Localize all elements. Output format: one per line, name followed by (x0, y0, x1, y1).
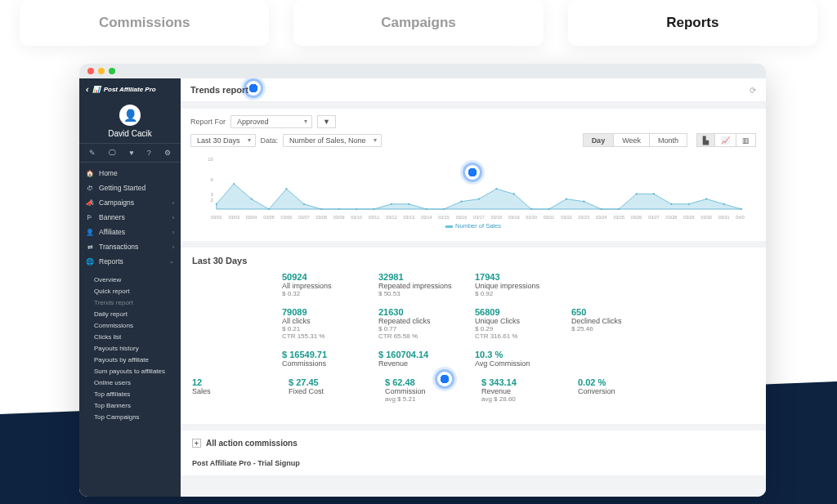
metric-sub: $ 0.21 (282, 325, 365, 332)
logo-icon: 📊 (92, 86, 101, 93)
interval-week[interactable]: Week (613, 133, 650, 147)
expand-icon[interactable]: + (192, 439, 201, 448)
top-tab-bar: Commissions Campaigns Reports (0, 0, 837, 46)
nav-icon: ⏱ (86, 185, 94, 192)
close-icon[interactable] (87, 68, 94, 74)
subnav-payouts-by-affiliate[interactable]: Payouts by affiliate (79, 354, 181, 365)
subnav-top-affiliates[interactable]: Top affiliates (79, 388, 181, 399)
metric-value: 10.3 % (475, 350, 558, 359)
chart-legend: Number of Sales (202, 222, 745, 230)
subnav-daily-report[interactable]: Daily report (79, 308, 181, 319)
svg-point-25 (566, 198, 567, 200)
all-action-section: + All action commissions Post Affiliate … (181, 430, 766, 475)
metric-sub: $ 0.29 (475, 325, 558, 332)
svg-text:03/29: 03/29 (683, 215, 695, 220)
report-for-dropdown[interactable]: Approved (231, 115, 312, 128)
metrics-panel: Last 30 Days 50924All impressions$ 0.323… (181, 248, 766, 424)
svg-point-8 (268, 208, 270, 210)
nav-item-affiliates[interactable]: 👤Affiliates› (79, 225, 181, 239)
back-icon[interactable]: ‹ (86, 84, 89, 94)
nav-item-reports[interactable]: 🌐Reports⌄ (79, 254, 181, 269)
metric-card: 17943Unique impressions$ 0.92 (475, 272, 558, 297)
subnav-commissions[interactable]: Commissions (79, 319, 181, 331)
chart-type-area-icon[interactable]: ▙ (696, 133, 715, 147)
metric-sub: $ 50.53 (378, 290, 462, 297)
nav-icon: 🏠 (86, 170, 94, 177)
minimize-icon[interactable] (98, 68, 105, 74)
interval-month[interactable]: Month (649, 133, 687, 147)
metric-value: 32981 (378, 272, 462, 282)
svg-text:04/01: 04/01 (736, 215, 745, 220)
subnav-trends-report[interactable]: Trends report (79, 297, 181, 308)
svg-point-9 (285, 188, 287, 190)
svg-text:03/12: 03/12 (386, 215, 397, 220)
trends-chart: 2361003/0203/0303/0403/0503/0603/0703/08… (202, 155, 745, 222)
chart-area: 2361003/0203/0303/0403/0503/0603/0703/08… (190, 152, 756, 234)
date-range-dropdown[interactable]: Last 30 Days (190, 134, 256, 147)
svg-point-34 (723, 203, 725, 205)
nav-item-home[interactable]: 🏠Home (79, 166, 181, 181)
nav-item-banners[interactable]: 🏳Banners› (79, 210, 181, 225)
metric-value: $ 16549.71 (282, 350, 365, 359)
subnav-clicks-list[interactable]: Clicks list (79, 331, 181, 342)
edit-icon[interactable]: ✎ (89, 149, 96, 157)
svg-point-14 (373, 208, 374, 210)
subnav-top-banners[interactable]: Top Banners (79, 399, 181, 411)
nav-item-transactions[interactable]: ⇄Transactions› (79, 239, 181, 254)
subnav-top-campaigns[interactable]: Top Campaigns (79, 411, 181, 422)
metric-value: 0.02 % (578, 377, 661, 387)
subnav-online-users[interactable]: Online users (79, 377, 181, 388)
svg-point-26 (583, 201, 584, 203)
help-icon[interactable]: ? (147, 149, 151, 157)
svg-text:03/13: 03/13 (403, 215, 414, 220)
nav-icon: 👤 (86, 229, 94, 236)
top-tab-commissions[interactable]: Commissions (20, 0, 269, 46)
metric-card: $ 27.45Fixed Cost (289, 377, 372, 403)
svg-point-30 (653, 193, 655, 194)
svg-text:03/14: 03/14 (421, 215, 432, 220)
interval-day[interactable]: Day (583, 133, 615, 147)
metric-value: $ 62.48 (385, 377, 468, 387)
subnav-overview[interactable]: Overview (79, 274, 181, 285)
filter-button[interactable]: ▼ (317, 115, 336, 128)
metric-value: $ 160704.14 (378, 350, 462, 359)
metric-sub: CTR 65.58 % (378, 332, 462, 340)
svg-text:03/11: 03/11 (369, 215, 380, 220)
nav-item-getting-started[interactable]: ⏱Getting Started (79, 181, 181, 195)
filter-panel: Report For Approved ▼ Last 30 Days Data:… (181, 109, 766, 241)
chart-type-line-icon[interactable]: 📈 (714, 133, 736, 147)
svg-point-31 (670, 203, 672, 205)
metric-card: 79089All clicks$ 0.21CTR 155.31 % (282, 307, 365, 340)
metric-label: All impressions (282, 282, 365, 290)
subnav-payouts-history[interactable]: Payouts history (79, 342, 181, 354)
metric-card: 50924All impressions$ 0.32 (282, 272, 365, 297)
chart-type-bar-icon[interactable]: ▥ (736, 133, 756, 147)
nav-icon: 🌐 (86, 258, 94, 265)
metric-label: Commissions (282, 359, 365, 368)
monitor-icon[interactable]: 🖵 (109, 149, 116, 157)
metric-sub: $ 0.92 (475, 290, 558, 297)
avatar[interactable]: 👤 (119, 105, 141, 126)
metric-label: Sales (192, 387, 275, 395)
metric-sub: avg $ 5.21 (385, 395, 468, 403)
subnav-quick-report[interactable]: Quick report (79, 285, 181, 297)
metric-card: 32981Repeated impressions$ 50.53 (378, 272, 462, 297)
svg-text:10: 10 (208, 157, 213, 162)
top-tab-campaigns[interactable]: Campaigns (293, 0, 543, 46)
main-panel[interactable]: Trends report ⟳ Report For Approved ▼ La… (181, 78, 766, 497)
refresh-icon[interactable]: ⟳ (750, 86, 756, 95)
svg-text:03/08: 03/08 (316, 215, 327, 220)
svg-text:03/30: 03/30 (700, 215, 712, 220)
heart-icon[interactable]: ♥ (129, 149, 133, 157)
trial-signup-label: Post Affiliate Pro - Trial Signup (181, 456, 766, 475)
gear-icon[interactable]: ⚙ (164, 149, 171, 157)
maximize-icon[interactable] (109, 68, 115, 74)
data-series-dropdown[interactable]: Number of Sales, None (283, 134, 382, 147)
top-tab-reports[interactable]: Reports (568, 0, 817, 46)
metric-sub: $ 0.77 (378, 325, 462, 332)
svg-text:03/07: 03/07 (298, 215, 310, 220)
nav-item-campaigns[interactable]: 📣Campaigns› (79, 195, 181, 210)
subnav-sum-payouts-to-affiliates[interactable]: Sum payouts to affiliates (79, 365, 181, 377)
chevron-right-icon: › (172, 244, 174, 250)
page-title: Trends report (190, 85, 248, 95)
